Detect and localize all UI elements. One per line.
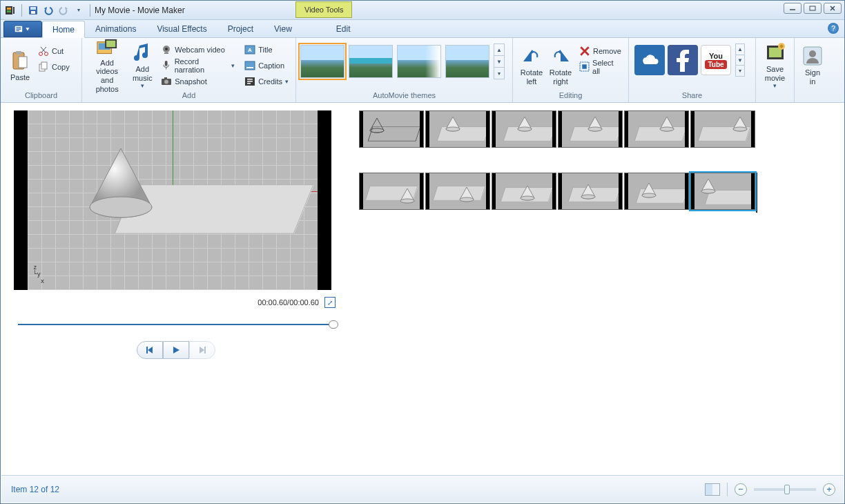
share-youtube-button[interactable]: YouTube [701,45,731,75]
seek-thumb[interactable] [329,320,338,329]
snapshot-label: Snapshot [175,77,206,86]
qat-customize-dropdown[interactable]: ▾ [72,3,86,17]
file-tab[interactable] [3,21,42,37]
fullscreen-icon[interactable]: ⤢ [324,297,336,308]
add-music-button[interactable]: Add music [128,41,157,90]
zoom-thumb[interactable] [784,485,790,494]
group-add: Add videos and photos Add music Webcam v… [82,38,296,102]
group-signin: Sign in [795,38,831,102]
svg-point-55 [733,127,747,131]
group-clipboard-label: Clipboard [1,91,81,102]
svg-rect-8 [810,6,815,10]
qat-redo-icon[interactable] [57,3,70,17]
tab-project[interactable]: Project [217,20,264,37]
paste-icon [9,50,31,72]
minimize-button[interactable] [784,3,802,14]
copy-button[interactable]: Copy [35,59,72,75]
svg-rect-35 [246,67,253,68]
share-scroll-down[interactable]: ▼ [736,55,744,66]
share-onedrive-button[interactable] [634,45,665,75]
group-automovie-label: AutoMovie themes [296,91,512,102]
automovie-gallery-scroll: ▲ ▼ ▾ [494,43,505,79]
credits-button[interactable]: Credits [242,74,291,89]
automovie-theme-3[interactable] [397,45,441,78]
remove-button[interactable]: Remove [576,43,624,59]
webcam-video-button[interactable]: Webcam video [158,42,237,57]
tab-edit[interactable]: Edit [326,20,361,37]
timeline-clip[interactable] [558,110,623,148]
rotate-right-label: Rotate right [550,68,572,86]
next-frame-button[interactable] [189,341,215,359]
timeline-cursor[interactable] [756,173,757,213]
automovie-theme-4[interactable] [445,45,489,78]
svg-rect-37 [247,79,253,80]
snapshot-button[interactable]: Snapshot [158,74,237,89]
svg-point-47 [90,197,152,217]
sign-in-button[interactable]: Sign in [797,41,828,90]
share-scroll-up[interactable]: ▲ [736,44,744,55]
gallery-expand[interactable]: ▾ [494,68,504,79]
qat-undo-icon[interactable] [41,3,55,17]
add-videos-photos-button[interactable]: Add videos and photos [86,41,128,90]
svg-point-58 [521,196,534,200]
timeline-clip[interactable] [425,173,490,210]
rotate-left-button[interactable]: Rotate left [517,41,546,90]
share-facebook-button[interactable] [668,45,698,75]
play-button[interactable] [163,341,189,359]
app-icon [3,3,17,17]
timeline-clip[interactable] [558,173,623,210]
separator [90,4,90,17]
title-button[interactable]: ATitle [242,42,291,57]
automovie-gallery: ▲ ▼ ▾ [300,41,505,79]
close-button[interactable] [824,3,842,14]
webcam-icon [161,44,172,55]
tab-animations[interactable]: Animations [85,20,146,37]
maximize-button[interactable] [804,3,822,14]
timeline-clip[interactable] [690,173,755,210]
timeline-clip[interactable] [425,110,490,148]
svg-rect-19 [41,62,47,69]
select-all-button[interactable]: Select all [576,59,624,75]
timeline-clip[interactable] [359,110,424,148]
preview-pane: z└y x 00:00.60/00:00.60 ⤢ [1,104,345,474]
scissors-icon [38,46,49,57]
share-expand[interactable]: ▾ [736,66,744,76]
group-clipboard: Paste Cut Copy Clipboard [1,38,82,102]
preview-time-row: 00:00.60/00:00.60 ⤢ [14,297,338,308]
zoom-out-button[interactable]: − [735,483,747,496]
timeline-clip[interactable] [359,173,424,210]
paste-button[interactable]: Paste [5,41,35,90]
timeline-clip[interactable] [492,173,556,210]
help-icon[interactable]: ? [828,23,839,34]
qat-save-icon[interactable] [26,3,40,17]
timeline-clip[interactable] [492,110,556,148]
save-movie-button[interactable]: Save movie [760,41,790,90]
group-share: YouTube ▲ ▼ ▾ Share [629,38,756,102]
cut-button[interactable]: Cut [35,43,72,59]
preview-time: 00:00.60/00:00.60 [258,298,319,307]
svg-point-56 [400,199,414,203]
automovie-theme-1[interactable] [300,45,344,78]
automovie-theme-2[interactable] [349,45,393,78]
svg-point-59 [581,195,595,199]
seek-bar[interactable] [14,320,338,329]
tab-view[interactable]: View [264,20,302,37]
timeline-clip[interactable] [624,173,689,210]
svg-rect-38 [247,81,253,82]
svg-rect-1 [7,8,11,10]
rotate-right-button[interactable]: Rotate right [546,41,575,90]
timeline-clip[interactable] [624,110,689,148]
tab-visual-effects[interactable]: Visual Effects [146,20,217,37]
prev-frame-button[interactable] [137,341,163,359]
record-narration-button[interactable]: Record narration [158,58,237,73]
caption-button[interactable]: Caption [242,58,291,73]
zoom-slider[interactable] [754,488,816,491]
group-editing: Rotate left Rotate right Remove Select a… [513,38,629,102]
timeline-clip[interactable] [690,110,755,148]
gallery-scroll-down[interactable]: ▼ [494,56,504,68]
view-toggle-button[interactable] [705,483,720,496]
gallery-scroll-up[interactable]: ▲ [494,44,504,56]
tab-home[interactable]: Home [42,21,85,38]
svg-rect-10 [16,27,21,28]
zoom-in-button[interactable]: + [823,483,835,496]
